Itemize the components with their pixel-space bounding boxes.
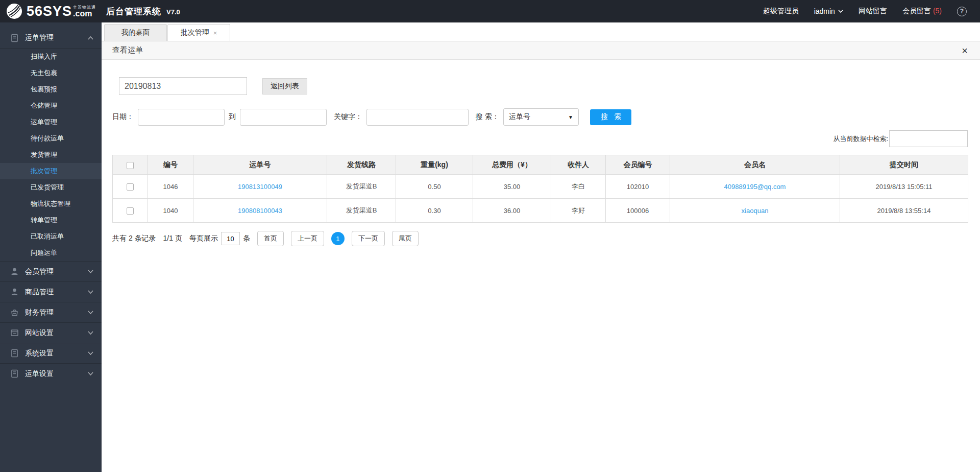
page-title: 后台管理系统 <box>106 6 161 17</box>
member-messages-link[interactable]: 会员留言(5) <box>902 7 942 16</box>
sidebar: 运单管理 扫描入库 无主包裹 包裹预报 仓储管理 运单管理 待付款运单 发货管理… <box>0 22 102 472</box>
to-label: 到 <box>229 112 236 122</box>
waybill-table: 编号 运单号 发货线路 重量(kg) 总费用（¥） 收件人 会员编号 会员名 提… <box>112 155 968 223</box>
sidebar-section-product-management[interactable]: 商品管理 <box>0 281 102 302</box>
sidebar-item-warehouse-management[interactable]: 仓储管理 <box>0 98 102 114</box>
tab-label: 批次管理 <box>181 28 209 37</box>
cell-recipient: 李白 <box>551 175 606 199</box>
row-checkbox[interactable] <box>127 183 134 191</box>
chevron-down-icon <box>88 372 93 375</box>
sidebar-section-waybill-settings[interactable]: 运单设置 <box>0 363 102 384</box>
per-page-unit: 条 <box>243 234 250 243</box>
member-messages-label: 会员留言 <box>902 7 931 15</box>
record-count-text: 共有 2 条记录 <box>112 234 156 243</box>
sidebar-item-shipping-management[interactable]: 发货管理 <box>0 147 102 163</box>
help-icon[interactable]: ? <box>957 7 967 16</box>
cell-member-id: 102010 <box>606 175 670 199</box>
tab-close-icon[interactable]: × <box>213 29 217 37</box>
back-to-list-button[interactable]: 返回列表 <box>262 78 307 95</box>
cell-fee: 35.00 <box>473 175 551 199</box>
cell-submitted: 2019/8/13 15:05:11 <box>840 175 968 199</box>
document-icon <box>10 34 19 42</box>
main-area: 我的桌面 批次管理 × 查看运单 × 返回列表 日期： <box>102 22 980 472</box>
sidebar-section-label: 系统设置 <box>25 349 54 358</box>
next-page-button[interactable]: 下一页 <box>352 231 385 246</box>
sidebar-item-cancelled-waybills[interactable]: 已取消运单 <box>0 228 102 245</box>
waybill-link[interactable]: 190813100049 <box>238 183 282 191</box>
chevron-down-icon <box>88 331 93 335</box>
brand-name: 56SYS <box>27 4 72 19</box>
column-header-weight: 重量(kg) <box>396 155 473 175</box>
per-page-input[interactable] <box>221 232 240 245</box>
topbar-right: 超级管理员 iadmin 网站留言 会员留言(5) ? <box>748 7 967 16</box>
member-name-link[interactable]: xiaoquan <box>742 207 769 215</box>
sidebar-section-label: 会员管理 <box>25 267 54 276</box>
date-to-input[interactable] <box>240 109 327 126</box>
table-header-row: 编号 运单号 发货线路 重量(kg) 总费用（¥） 收件人 会员编号 会员名 提… <box>113 155 968 175</box>
window-icon <box>10 328 19 337</box>
row-checkbox[interactable] <box>127 207 134 215</box>
sidebar-submenu: 扫描入库 无主包裹 包裹预报 仓储管理 运单管理 待付款运单 发货管理 批次管理… <box>0 48 102 261</box>
batch-number-input[interactable] <box>119 77 247 95</box>
column-header-recipient: 收件人 <box>551 155 606 175</box>
select-caret-icon: ▼ <box>568 114 573 120</box>
tab-my-desktop[interactable]: 我的桌面 <box>104 24 167 41</box>
search-button[interactable]: 搜 索 <box>590 109 631 125</box>
cell-route: 发货渠道B <box>327 175 396 199</box>
quick-filter-label: 从当前数据中检索: <box>833 134 888 144</box>
finance-icon <box>10 308 19 317</box>
search-type-select[interactable]: 运单号 ▼ <box>503 108 579 126</box>
first-page-button[interactable]: 首页 <box>257 231 284 246</box>
keyword-label: 关键字： <box>334 112 362 122</box>
date-from-input[interactable] <box>138 109 225 126</box>
sidebar-section-label: 商品管理 <box>25 288 54 297</box>
document-icon <box>10 349 19 358</box>
current-page-indicator[interactable]: 1 <box>331 232 345 245</box>
tab-batch-management[interactable]: 批次管理 × <box>167 24 230 41</box>
column-header-member-id: 会员编号 <box>606 155 670 175</box>
chevron-down-icon <box>88 311 93 314</box>
waybill-link[interactable]: 190808100043 <box>238 207 282 215</box>
select-all-header <box>113 155 148 175</box>
cell-weight: 0.30 <box>396 199 473 223</box>
document-icon <box>10 369 19 378</box>
sidebar-item-problem-waybills[interactable]: 问题运单 <box>0 245 102 261</box>
brand-suffix-wrap: 全景物流通 .com <box>73 5 96 17</box>
brand: 56SYS 全景物流通 .com 后台管理系统 V7.0 <box>6 3 180 19</box>
cell-id: 1040 <box>148 199 193 223</box>
role-label: 超级管理员 <box>763 7 799 16</box>
sidebar-item-scan-inbound[interactable]: 扫描入库 <box>0 49 102 65</box>
close-icon[interactable]: × <box>962 45 968 56</box>
chevron-down-icon <box>838 10 843 13</box>
logo-icon <box>6 3 22 19</box>
sidebar-item-shipped-management[interactable]: 已发货管理 <box>0 179 102 196</box>
sidebar-item-logistics-status[interactable]: 物流状态管理 <box>0 196 102 212</box>
sidebar-item-batch-management[interactable]: 批次管理 <box>0 163 102 179</box>
column-header-route: 发货线路 <box>327 155 396 175</box>
sidebar-item-unclaimed-parcels[interactable]: 无主包裹 <box>0 65 102 81</box>
member-message-count-badge: (5) <box>933 7 942 15</box>
sidebar-section-website-settings[interactable]: 网站设置 <box>0 322 102 343</box>
select-all-checkbox[interactable] <box>127 162 134 169</box>
prev-page-button[interactable]: 上一页 <box>291 231 324 246</box>
date-label: 日期： <box>112 112 134 122</box>
pagination: 共有 2 条记录 1/1 页 每页展示 条 首页 上一页 1 下一页 尾页 <box>112 231 968 246</box>
sidebar-section-finance-management[interactable]: 财务管理 <box>0 302 102 322</box>
sidebar-item-waybill-management[interactable]: 运单管理 <box>0 114 102 130</box>
last-page-button[interactable]: 尾页 <box>392 231 419 246</box>
sidebar-item-transfer-management[interactable]: 转单管理 <box>0 212 102 228</box>
sidebar-section-waybill-management[interactable]: 运单管理 <box>0 28 102 48</box>
sidebar-section-member-management[interactable]: 会员管理 <box>0 261 102 281</box>
column-header-submitted: 提交时间 <box>840 155 968 175</box>
user-menu[interactable]: iadmin <box>814 7 843 15</box>
quick-filter-input[interactable] <box>889 130 968 147</box>
column-header-waybill: 运单号 <box>193 155 327 175</box>
sidebar-section-system-settings[interactable]: 系统设置 <box>0 343 102 363</box>
keyword-input[interactable] <box>366 109 469 126</box>
per-page-label: 每页展示 <box>189 234 218 243</box>
cell-fee: 36.00 <box>473 199 551 223</box>
sidebar-item-pending-payment[interactable]: 待付款运单 <box>0 130 102 147</box>
sidebar-item-parcel-forecast[interactable]: 包裹预报 <box>0 81 102 98</box>
site-messages-link[interactable]: 网站留言 <box>859 7 887 16</box>
member-name-link[interactable]: 409889195@qq.com <box>724 183 786 191</box>
